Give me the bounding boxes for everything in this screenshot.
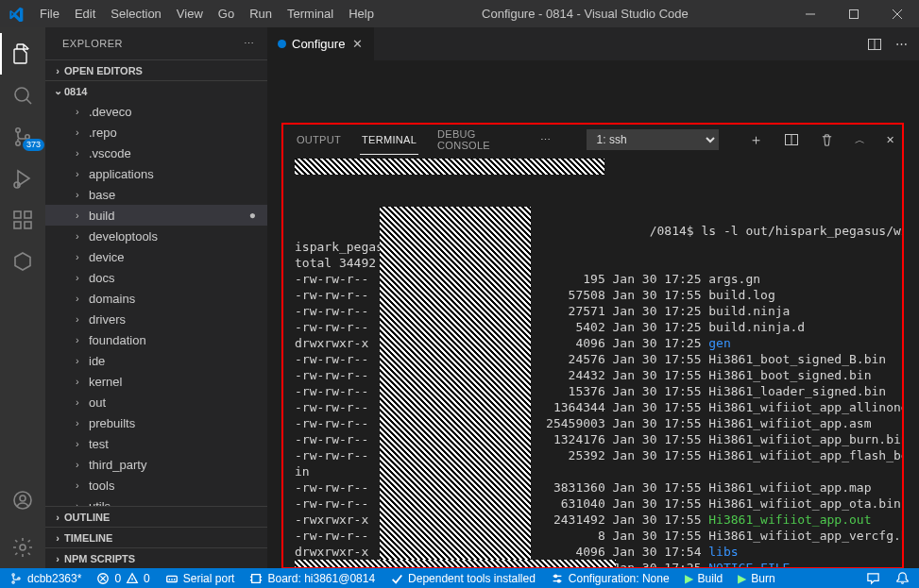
- scm-badge: 373: [23, 139, 44, 151]
- title-bar: FileEditSelectionViewGoRunTerminalHelp C…: [0, 0, 919, 27]
- folder-docs[interactable]: ›docs: [45, 267, 267, 288]
- redacted-region: [295, 560, 616, 567]
- editor-more-icon[interactable]: ⋯: [895, 37, 908, 51]
- svg-point-4: [15, 88, 28, 101]
- new-terminal-icon[interactable]: ＋: [747, 131, 765, 149]
- menu-bar: FileEditSelectionViewGoRunTerminalHelp: [32, 0, 382, 27]
- config-status[interactable]: Configuration: None: [551, 572, 670, 585]
- folder-utils[interactable]: ›utils: [45, 496, 267, 506]
- notifications-icon[interactable]: [895, 571, 910, 585]
- problems-status[interactable]: 0 0: [96, 572, 149, 585]
- activity-bar: 373: [0, 27, 45, 568]
- build-button[interactable]: ▶Build: [685, 572, 723, 585]
- tab-close-icon[interactable]: ✕: [350, 37, 365, 51]
- source-control-icon[interactable]: 373: [0, 116, 45, 158]
- folder-out[interactable]: ›out: [45, 392, 267, 412]
- folder-device[interactable]: ›device: [45, 246, 267, 267]
- root-folder-section[interactable]: ⌄0814: [45, 80, 267, 101]
- menu-selection[interactable]: Selection: [103, 0, 168, 27]
- burn-button[interactable]: ▶Burn: [738, 572, 774, 585]
- svg-line-5: [26, 99, 31, 104]
- close-button[interactable]: [876, 0, 919, 27]
- terminal-panel: OUTPUT TERMINAL DEBUG CONSOLE ⋯ 1: ssh ＋…: [283, 125, 902, 567]
- explorer-title: EXPLORER: [62, 38, 123, 49]
- terminal-output[interactable]: /0814$ ls -l out/hispark_pegasus/wifiiot…: [283, 155, 902, 567]
- folder-domains[interactable]: ›domains: [45, 288, 267, 309]
- menu-terminal[interactable]: Terminal: [280, 0, 341, 27]
- menu-edit[interactable]: Edit: [67, 0, 103, 27]
- panel-more-icon[interactable]: ⋯: [538, 134, 553, 146]
- search-icon[interactable]: [0, 75, 45, 116]
- folder-thirdparty[interactable]: ›third_party: [45, 454, 267, 475]
- menu-view[interactable]: View: [169, 0, 211, 27]
- status-bar: dcbb2363* 0 0 Serial port Board: hi3861@…: [0, 568, 919, 588]
- folder-applications[interactable]: ›applications: [45, 163, 267, 184]
- accounts-icon[interactable]: [0, 479, 45, 521]
- extensions-icon[interactable]: [0, 199, 45, 241]
- tab-configure[interactable]: Configure ✕: [268, 27, 375, 60]
- panel-close-icon[interactable]: ✕: [884, 134, 896, 146]
- svg-rect-33: [252, 574, 261, 582]
- open-editors-section[interactable]: ›OPEN EDITORS: [45, 59, 267, 80]
- panel-tab-terminal[interactable]: TERMINAL: [360, 125, 418, 155]
- menu-file[interactable]: File: [32, 0, 67, 27]
- svg-rect-13: [25, 222, 31, 228]
- folder-tools[interactable]: ›tools: [45, 475, 267, 496]
- panel-tab-output[interactable]: OUTPUT: [295, 125, 343, 155]
- folder-developtools[interactable]: ›developtools: [45, 226, 267, 246]
- folder-vscode[interactable]: ›.vscode: [45, 143, 267, 163]
- minimize-button[interactable]: [789, 0, 832, 27]
- svg-rect-14: [25, 211, 31, 218]
- folder-build[interactable]: ›build●: [45, 205, 267, 226]
- svg-rect-11: [14, 211, 21, 218]
- folder-repo[interactable]: ›.repo: [45, 122, 267, 143]
- window-title: Configure - 0814 - Visual Studio Code: [382, 7, 789, 21]
- svg-point-40: [554, 575, 557, 578]
- svg-point-22: [12, 573, 14, 575]
- panel-tab-debug[interactable]: DEBUG CONSOLE: [435, 125, 521, 155]
- explorer-more-icon[interactable]: ⋯: [244, 38, 255, 50]
- explorer-icon[interactable]: [0, 33, 45, 75]
- vscode-logo: [0, 7, 32, 22]
- folder-test[interactable]: ›test: [45, 433, 267, 454]
- deps-status[interactable]: Dependent tools installed: [390, 572, 536, 585]
- git-branch-status[interactable]: dcbb2363*: [9, 572, 81, 585]
- menu-go[interactable]: Go: [211, 0, 242, 27]
- folder-deveco[interactable]: ›.deveco: [45, 101, 267, 122]
- redacted-region: [295, 159, 604, 175]
- svg-point-17: [20, 545, 26, 550]
- svg-rect-1: [850, 9, 859, 18]
- board-status[interactable]: Board: hi3861@0814: [249, 572, 375, 585]
- split-terminal-icon[interactable]: [782, 132, 801, 147]
- timeline-section[interactable]: ›TIMELINE: [45, 527, 267, 547]
- explorer-sidebar: EXPLORER ⋯ ›OPEN EDITORS ⌄0814 ›.deveco›…: [45, 27, 268, 568]
- npm-scripts-section[interactable]: ›NPM SCRIPTS: [45, 547, 267, 568]
- kill-terminal-icon[interactable]: [818, 133, 836, 147]
- folder-kernel[interactable]: ›kernel: [45, 371, 267, 392]
- folder-base[interactable]: ›base: [45, 184, 267, 205]
- svg-point-16: [20, 496, 26, 501]
- svg-point-6: [16, 128, 20, 132]
- feedback-icon[interactable]: [866, 571, 880, 585]
- folder-prebuilts[interactable]: ›prebuilts: [45, 412, 267, 433]
- menu-help[interactable]: Help: [341, 0, 382, 27]
- folder-foundation[interactable]: ›foundation: [45, 329, 267, 350]
- run-debug-icon[interactable]: [0, 158, 45, 199]
- folder-drivers[interactable]: ›drivers: [45, 309, 267, 329]
- menu-run[interactable]: Run: [242, 0, 280, 27]
- split-editor-icon[interactable]: [867, 37, 882, 52]
- terminal-selector[interactable]: 1: ssh: [587, 129, 719, 150]
- panel-tabs: OUTPUT TERMINAL DEBUG CONSOLE ⋯ 1: ssh ＋…: [283, 125, 902, 155]
- serial-port-status[interactable]: Serial port: [165, 572, 235, 585]
- panel-maximize-icon[interactable]: ︿: [853, 133, 867, 147]
- svg-point-7: [16, 142, 20, 145]
- editor-tabs: Configure ✕ ⋯: [268, 27, 919, 60]
- settings-gear-icon[interactable]: [0, 527, 45, 568]
- svg-point-23: [12, 580, 14, 582]
- outline-section[interactable]: ›OUTLINE: [45, 506, 267, 527]
- maximize-button[interactable]: [832, 0, 876, 27]
- svg-point-41: [557, 580, 560, 582]
- deveco-icon[interactable]: [0, 241, 45, 282]
- folder-ide[interactable]: ›ide: [45, 350, 267, 371]
- redacted-region: [380, 207, 531, 560]
